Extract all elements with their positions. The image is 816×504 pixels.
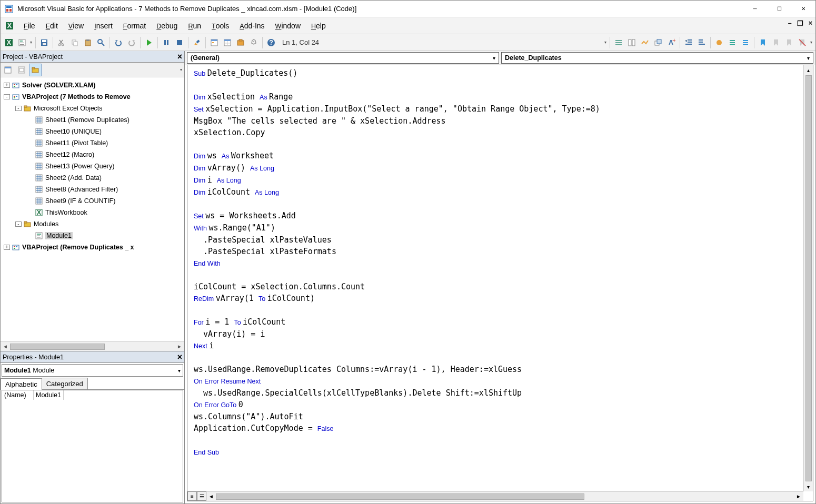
tree-node[interactable]: Sheet12 (Macro): [2, 149, 183, 160]
code-hscroll[interactable]: ◄►: [206, 491, 803, 501]
run-button[interactable]: [143, 36, 155, 49]
tab-alphabetic[interactable]: Alphabetic: [1, 378, 42, 390]
tree-node[interactable]: Sheet13 (Power Query): [2, 160, 183, 172]
view-excel-button[interactable]: X: [3, 36, 15, 49]
tree-node[interactable]: Sheet1 (Remove Duplicates): [2, 114, 183, 126]
svg-rect-77: [24, 106, 27, 107]
indent-button[interactable]: [682, 36, 695, 49]
object-combo[interactable]: (General)▾: [187, 52, 499, 64]
cut-button[interactable]: [55, 36, 68, 49]
tree-node[interactable]: Sheet2 (Add. Data): [2, 172, 183, 184]
tree-node[interactable]: Sheet11 (Pivot Table): [2, 137, 183, 149]
tree-node[interactable]: XThisWorkbook: [2, 207, 183, 218]
code-vscroll[interactable]: ▴▾: [803, 65, 813, 491]
tree-node[interactable]: -Microsoft Excel Objects: [2, 103, 183, 114]
tree-node[interactable]: +VBAProject (Remove Duplicates _ x: [2, 241, 183, 253]
tree-node[interactable]: -VBAProject (7 Methods to Remove: [2, 91, 183, 103]
svg-rect-128: [16, 246, 17, 247]
break-button[interactable]: [160, 36, 173, 49]
toolbar-overflow[interactable]: ▾: [603, 40, 608, 45]
mod-icon: [35, 231, 43, 240]
insert-module-button[interactable]: [16, 36, 28, 49]
outdent-button[interactable]: [695, 36, 708, 49]
menu-tools[interactable]: Tools: [206, 18, 234, 33]
copy-button[interactable]: [68, 36, 81, 49]
toolbox-button[interactable]: [247, 36, 260, 49]
svg-rect-23: [164, 40, 166, 45]
menu-run[interactable]: Run: [183, 18, 206, 33]
menu-help[interactable]: Help: [306, 18, 331, 33]
code-editor[interactable]: Sub Delete_Duplicates() Dim xSelection A…: [187, 65, 813, 501]
sheet-icon: [35, 174, 43, 182]
project-hscroll[interactable]: ◄►: [1, 341, 184, 351]
close-button[interactable]: ✕: [791, 1, 815, 17]
project-explorer-button[interactable]: [208, 36, 221, 49]
svg-rect-71: [14, 86, 15, 87]
project-tree[interactable]: +Solver (SOLVER.XLAM)-VBAProject (7 Meth…: [1, 77, 184, 341]
menu-file[interactable]: File: [18, 18, 41, 33]
menu-add-ins[interactable]: Add-Ins: [234, 18, 270, 33]
tree-node[interactable]: Module1: [2, 230, 183, 241]
menu-format[interactable]: Format: [118, 18, 151, 33]
clear-bookmarks-button[interactable]: [796, 36, 809, 49]
uncomment-block-button[interactable]: [739, 36, 752, 49]
menu-edit[interactable]: Edit: [41, 18, 63, 33]
properties-object-combo[interactable]: Module1 Module ▾: [2, 364, 183, 377]
mdi-restore[interactable]: ❐: [797, 19, 803, 27]
full-module-view-button[interactable]: ☰: [197, 491, 206, 501]
view-code-button[interactable]: [2, 64, 14, 76]
properties-close[interactable]: ×: [177, 352, 182, 362]
undo-button[interactable]: [112, 36, 125, 49]
toggle-bookmark-button[interactable]: [757, 36, 769, 49]
save-button[interactable]: [38, 36, 51, 49]
previous-bookmark-button[interactable]: [783, 36, 795, 49]
paste-button[interactable]: [82, 36, 94, 49]
mdi-minimize[interactable]: –: [788, 19, 792, 27]
reset-button[interactable]: [173, 36, 186, 49]
minimize-button[interactable]: ─: [743, 1, 767, 17]
tab-categorized[interactable]: Categorized: [42, 378, 88, 389]
folder-icon: [23, 104, 32, 113]
tree-node[interactable]: +Solver (SOLVER.XLAM): [2, 79, 183, 91]
tree-node[interactable]: Sheet9 (IF & COUNTIF): [2, 195, 183, 207]
procedure-view-button[interactable]: ≡: [187, 491, 197, 501]
project-explorer-close[interactable]: ×: [177, 52, 182, 62]
find-button[interactable]: [95, 36, 107, 49]
tree-node[interactable]: Sheet8 (Advanced Filter): [2, 184, 183, 195]
menu-window[interactable]: Window: [270, 18, 306, 33]
toggle-breakpoint-button[interactable]: [713, 36, 725, 49]
toggle-folders-button[interactable]: [29, 64, 42, 76]
svg-text:?: ?: [269, 39, 273, 46]
next-bookmark-button[interactable]: [770, 36, 782, 49]
view-object-button[interactable]: [15, 64, 28, 76]
mdi-close[interactable]: ×: [809, 19, 812, 27]
procedure-combo[interactable]: Delete_Duplicates▾: [501, 52, 813, 64]
redo-button[interactable]: [125, 36, 138, 49]
list-constants-button[interactable]: [625, 36, 638, 49]
parameter-info-button[interactable]: [652, 36, 664, 49]
help-button[interactable]: ?: [265, 36, 277, 49]
properties-header: Properties - Module1 ×: [1, 351, 184, 363]
svg-rect-75: [14, 97, 15, 98]
properties-window-button[interactable]: [221, 36, 234, 49]
quick-info-button[interactable]: [639, 36, 651, 49]
menu-view[interactable]: View: [63, 18, 89, 33]
list-properties-button[interactable]: [612, 36, 625, 49]
insert-dropdown[interactable]: ▾: [29, 40, 33, 45]
complete-word-button[interactable]: A+: [665, 36, 678, 49]
comment-block-button[interactable]: [726, 36, 739, 49]
tree-node[interactable]: -Modules: [2, 218, 183, 230]
svg-rect-74: [16, 96, 17, 97]
maximize-button[interactable]: ☐: [767, 1, 791, 17]
design-mode-button[interactable]: [191, 36, 203, 49]
prop-value[interactable]: Module1: [34, 390, 64, 400]
edit-toolbar-overflow[interactable]: ▾: [809, 40, 813, 45]
menu-insert[interactable]: Insert: [89, 18, 118, 33]
svg-text:+: +: [672, 38, 675, 44]
properties-grid[interactable]: (Name) Module1: [2, 390, 183, 502]
tree-node[interactable]: Sheet10 (UNIQUE): [2, 126, 183, 137]
sheet-icon: [35, 116, 43, 124]
project-toolbar-overflow[interactable]: ▾: [179, 67, 183, 72]
object-browser-button[interactable]: [234, 36, 247, 49]
menu-debug[interactable]: Debug: [151, 18, 183, 33]
